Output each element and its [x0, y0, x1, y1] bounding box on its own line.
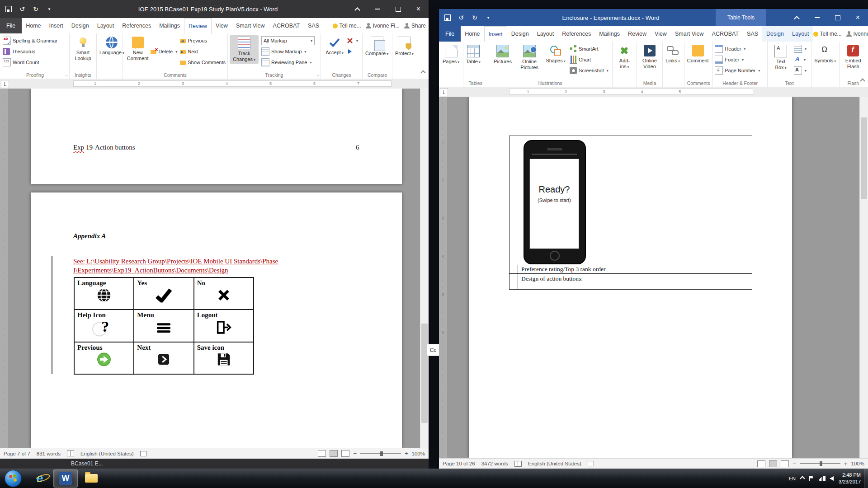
zoom-slider-thumb[interactable]: [820, 461, 822, 466]
tab-mailings[interactable]: Mailings: [595, 26, 624, 42]
account-user[interactable]: Ivonne Fi...: [846, 31, 868, 37]
tab-insert[interactable]: Insert: [484, 26, 507, 42]
tell-me-box[interactable]: Tell me...: [333, 23, 361, 29]
smart-lookup-button[interactable]: Smart Lookup: [71, 35, 94, 63]
redo-button[interactable]: ↻: [469, 12, 481, 23]
taskbar-file-explorer[interactable]: [80, 470, 103, 487]
zoom-out-button[interactable]: −: [793, 460, 796, 467]
protect-button[interactable]: Protect▾: [394, 35, 415, 58]
reviewing-pane-button[interactable]: Reviewing Pane▾: [261, 58, 315, 67]
show-hidden-icons-button[interactable]: [800, 476, 805, 481]
file-path-link[interactable]: See: L:\Usability Research Group\Project…: [73, 257, 308, 275]
comment-button[interactable]: Comment: [686, 43, 710, 65]
read-mode-button[interactable]: [318, 450, 326, 457]
smartart-button[interactable]: SmartArt: [570, 44, 609, 53]
footer-button[interactable]: Footer▾: [715, 55, 760, 64]
vertical-ruler[interactable]: [0, 89, 8, 448]
ribbon-display-options-button[interactable]: [787, 9, 807, 26]
action-buttons-table[interactable]: Language Yes No Help Icon ?: [74, 277, 254, 375]
page-indicator[interactable]: Page 10 of 26: [443, 461, 475, 466]
close-button[interactable]: ×: [408, 0, 429, 18]
action-center-icon[interactable]: [809, 476, 814, 481]
scrollbar-thumb[interactable]: [421, 324, 428, 423]
online-video-button[interactable]: Online Video: [639, 43, 660, 71]
word-count-button[interactable]: Word Count: [3, 58, 57, 67]
links-button[interactable]: Links▾: [665, 43, 681, 65]
addins-button[interactable]: Add-ins▾: [614, 43, 635, 71]
spelling-grammar-button[interactable]: Spelling & Grammar: [3, 36, 57, 45]
undo-button[interactable]: ↺: [16, 3, 28, 15]
page-number-button[interactable]: Page Number▾: [715, 66, 760, 75]
symbols-button[interactable]: Symbols▾: [813, 43, 837, 65]
maximize-button[interactable]: [388, 0, 408, 18]
vertical-scrollbar[interactable]: [420, 89, 429, 448]
document-area[interactable]: 123456 Ready? (Swipe to start) Preferenc…: [439, 97, 868, 458]
chart-button[interactable]: Chart: [570, 55, 609, 64]
tab-references[interactable]: References: [558, 26, 595, 42]
shapes-button[interactable]: Shapes▾: [543, 43, 568, 65]
taskbar-internet-explorer[interactable]: e: [28, 470, 52, 487]
word-count-indicator[interactable]: 3472 words: [481, 461, 508, 466]
track-changes-button[interactable]: Track Changes▾: [230, 35, 259, 64]
document-page[interactable]: Ready? (Swipe to start) Preference ratin…: [469, 97, 792, 458]
next-change-button[interactable]: [346, 47, 358, 56]
tab-smart-view[interactable]: Smart View: [671, 26, 708, 42]
zoom-in-button[interactable]: +: [844, 460, 848, 467]
undo-button[interactable]: ↺: [455, 12, 467, 23]
zoom-level[interactable]: 100%: [851, 461, 864, 466]
minimize-button[interactable]: [807, 9, 827, 26]
phone-mockup-image[interactable]: Ready? (Swipe to start): [524, 140, 586, 264]
vertical-scrollbar[interactable]: [859, 97, 868, 458]
collapse-ribbon-button[interactable]: [861, 76, 864, 84]
quick-parts-button[interactable]: ▾: [794, 44, 807, 53]
table-button[interactable]: Table▾: [465, 43, 481, 66]
tab-layout[interactable]: Layout: [93, 18, 118, 33]
online-pictures-button[interactable]: Online Pictures: [515, 43, 543, 72]
web-layout-button[interactable]: [341, 450, 349, 457]
language-indicator[interactable]: English (United States): [80, 451, 134, 456]
tab-layout[interactable]: Layout: [533, 26, 558, 42]
tab-mailings[interactable]: Mailings: [155, 18, 184, 33]
collapse-ribbon-button[interactable]: [421, 68, 425, 76]
tab-selector[interactable]: L: [1, 80, 9, 88]
previous-comment-button[interactable]: Previous: [180, 36, 226, 45]
close-button[interactable]: ×: [848, 9, 868, 26]
compare-button[interactable]: Compare▾: [364, 35, 389, 58]
macro-record-icon[interactable]: [588, 461, 594, 466]
pages-button[interactable]: Pages▾: [442, 43, 460, 66]
scrollbar-thumb[interactable]: [861, 117, 867, 199]
comment-tag[interactable]: Cc: [427, 344, 439, 356]
background-window-titlebar[interactable]: BCase01 E...: [0, 459, 429, 469]
thesaurus-button[interactable]: Thesaurus: [3, 47, 57, 56]
new-comment-button[interactable]: New Comment: [125, 35, 151, 63]
save-button[interactable]: [442, 12, 453, 23]
tab-home[interactable]: Home: [22, 18, 45, 33]
experiment-table[interactable]: Ready? (Swipe to start) Preference ratin…: [509, 136, 752, 290]
account-user[interactable]: Ivonne Fi...: [366, 23, 400, 29]
tab-design[interactable]: Design: [507, 26, 533, 42]
tab-references[interactable]: References: [118, 18, 155, 33]
horizontal-ruler[interactable]: L 1234567: [0, 79, 429, 89]
language-indicator[interactable]: English (United States): [528, 461, 581, 466]
show-markup-button[interactable]: Show Markup▾: [261, 47, 315, 56]
minimize-button[interactable]: [368, 0, 388, 18]
tab-table-design[interactable]: Design: [762, 26, 788, 42]
drop-cap-button[interactable]: ▾: [794, 66, 807, 75]
print-layout-button[interactable]: [769, 460, 777, 467]
tracking-dialog-launcher[interactable]: ⌄: [316, 73, 320, 77]
proofing-status-icon[interactable]: [514, 461, 522, 467]
show-desktop-button[interactable]: [864, 469, 868, 488]
tab-acrobat[interactable]: ACROBAT: [708, 26, 743, 42]
redo-button[interactable]: ↻: [30, 3, 42, 15]
tab-file[interactable]: File: [0, 18, 22, 33]
tab-review[interactable]: Review: [624, 26, 651, 42]
tab-sas[interactable]: SAS: [743, 26, 762, 42]
wordart-button[interactable]: ▾: [794, 55, 807, 64]
zoom-slider-thumb[interactable]: [380, 451, 383, 456]
volume-icon[interactable]: [830, 476, 834, 481]
tab-view[interactable]: View: [212, 18, 232, 33]
tab-home[interactable]: Home: [461, 26, 484, 42]
table-row-preference[interactable]: Preference rating/Top 3 rank order: [509, 265, 752, 274]
horizontal-ruler[interactable]: L 12345: [439, 87, 868, 97]
screenshot-button[interactable]: Screenshot▾: [570, 66, 609, 75]
